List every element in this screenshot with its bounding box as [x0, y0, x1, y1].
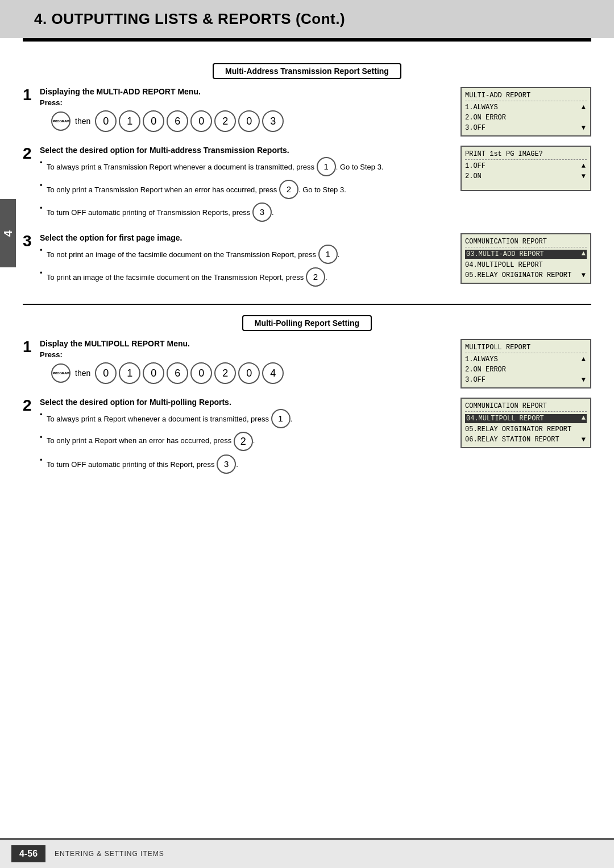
s2-step1-left: 1 Display the MULTIPOLL REPORT Menu. Pre…	[23, 339, 449, 390]
page-header: 4. OUTPUTTING LISTS & REPORTS (Cont.)	[0, 0, 614, 38]
s2-key-0-1[interactable]: 0	[95, 362, 117, 384]
section2: Multi-Polling Report Setting 1 Display t…	[23, 305, 591, 485]
lcd-title-row-1: MULTI-ADD REPORT	[465, 90, 587, 101]
lcd-item-1-2: 2.ON ERROR	[465, 113, 587, 123]
step3-bullet-1: To not print an image of the facsimile d…	[40, 245, 449, 264]
step2-bullet-3: To turn OFF automatic printing of Transm…	[40, 202, 449, 222]
lcd-s2-title-row-2: COMMUNICATION REPORT	[465, 401, 587, 412]
lcd-arrow-up-3: ▲	[582, 250, 586, 258]
lcd-s2-item-2-3: 06.RELAY STATION REPORT	[465, 435, 587, 445]
s2-program-button[interactable]: PROGRAM	[51, 363, 70, 383]
then-label-1: then	[75, 117, 90, 126]
step3-bullet-2: To print an image of the facsimile docum…	[40, 267, 449, 287]
lcd-title-row-3: COMMUNICATION REPORT	[465, 237, 587, 247]
lcd-item-2-2: 2.ON	[465, 171, 587, 181]
lcd-s2-arrow-up-1: ▲	[582, 356, 586, 363]
section1-step1: 1 Displaying the MULTI-ADD REPORT Menu. …	[23, 87, 591, 138]
lcd-item-3-2: 04.MULTIPOLL REPORT	[465, 260, 587, 270]
lcd-arrow-up-2: ▲	[582, 162, 586, 170]
lcd-title-3: COMMUNICATION REPORT	[465, 238, 547, 246]
key-6-1[interactable]: 6	[167, 110, 188, 132]
step1-title: Displaying the MULTI-ADD REPORT Menu.	[40, 87, 449, 96]
s2-key-0-3[interactable]: 0	[190, 362, 212, 384]
s2-step2-title: Select the desired option for Multi-poll…	[40, 398, 449, 407]
s2-key-4-1[interactable]: 4	[262, 362, 284, 384]
step2-bullet-1: To always print a Transmission Report wh…	[40, 157, 449, 176]
lcd-title-2: PRINT 1st PG IMAGE?	[465, 150, 543, 158]
s2-step1-key-sequence: PROGRAM then 0 1 0 6 0 2 0 4	[51, 362, 449, 384]
lcd-s2-item-1-1: 1.ALWAYS	[465, 354, 587, 365]
page-footer: 4-56 ENTERING & SETTING ITEMS	[0, 838, 614, 868]
step1-lcd: MULTI-ADD REPORT 1.ALWAYS ▲ 2.ON ERROR	[460, 87, 591, 137]
lcd-arrow-down-1: ▼	[582, 124, 586, 132]
s2-step2-bullet-3: To turn OFF automatic printing of this R…	[40, 454, 449, 474]
key-0-3[interactable]: 0	[190, 110, 212, 132]
s2-key-0-2[interactable]: 0	[143, 362, 164, 384]
section1: Multi-Address Transmission Report Settin…	[23, 53, 591, 298]
key-0-1[interactable]: 0	[95, 110, 117, 132]
program-button[interactable]: PROGRAM	[51, 111, 70, 131]
lcd-arrow-up-1: ▲	[582, 104, 586, 111]
step3-lcd: COMMUNICATION REPORT 03.MULTI-ADD REPORT…	[460, 233, 591, 284]
lcd-s2-item-2-1: 04.MULTIPOLL REPORT	[465, 413, 587, 424]
sidebar-tab-number: 4	[2, 229, 15, 237]
lcd-screen-3: COMMUNICATION REPORT 03.MULTI-ADD REPORT…	[460, 233, 591, 284]
section2-step2: 2 Select the desired option for Multi-po…	[23, 398, 591, 477]
lcd-screen-1: MULTI-ADD REPORT 1.ALWAYS ▲ 2.ON ERROR	[460, 87, 591, 137]
section1-header: Multi-Address Transmission Report Settin…	[213, 63, 401, 79]
section1-step2: 2 Select the desired option for Multi-ad…	[23, 146, 591, 225]
lcd-item-1-1: 1.ALWAYS	[465, 102, 587, 113]
step3-content: To not print an image of the facsimile d…	[40, 245, 449, 287]
s2-step2-number: 2	[23, 398, 32, 414]
page-title: 4. OUTPUTTING LISTS & REPORTS (Cont.)	[34, 10, 580, 28]
main-content: Multi-Address Transmission Report Settin…	[0, 42, 614, 838]
lcd-s2-item-1-2: 2.ON ERROR	[465, 365, 587, 375]
s2-step2-bullet-1: To always print a Report whenever a docu…	[40, 409, 449, 428]
lcd-screen-s2-1: MULTIPOLL REPORT 1.ALWAYS ▲ 2.ON ERROR	[460, 339, 591, 388]
section2-step1: 1 Display the MULTIPOLL REPORT Menu. Pre…	[23, 339, 591, 390]
lcd-item-3-3: 05.RELAY ORIGINATOR REPORT	[465, 270, 587, 280]
section1-step3: 3 Select the option for first page image…	[23, 233, 591, 290]
step3-title: Select the option for first page image.	[40, 233, 449, 242]
step3-left: 3 Select the option for first page image…	[23, 233, 449, 290]
step2-number: 2	[23, 146, 32, 162]
lcd-item-3-1: 03.MULTI-ADD REPORT	[465, 249, 587, 260]
lcd-arrow-down-3: ▼	[582, 271, 586, 279]
lcd-s2-title-1: MULTIPOLL REPORT	[465, 344, 530, 352]
lcd-s2-title-2: COMMUNICATION REPORT	[465, 402, 547, 410]
lcd-item-1-3: 3.OFF	[465, 123, 587, 133]
s2-step2-bullet-2: To only print a Report when an error has…	[40, 432, 449, 451]
s2-step1-press-label: Press:	[40, 350, 449, 359]
s2-key-1-1[interactable]: 1	[119, 362, 140, 384]
key-0-2[interactable]: 0	[143, 110, 164, 132]
s2-step1-number: 1	[23, 339, 32, 355]
step2-lcd: PRINT 1st PG IMAGE? 1.OFF ▲ 2.ON	[460, 146, 591, 191]
footer-page-number: 4-56	[11, 845, 45, 862]
lcd-screen-s2-2: COMMUNICATION REPORT 04.MULTIPOLL REPORT…	[460, 398, 591, 448]
step2-bullet-2: To only print a Transmission Report when…	[40, 180, 449, 199]
lcd-s2-item-1-3: 3.OFF	[465, 375, 587, 385]
page: 4 4. OUTPUTTING LISTS & REPORTS (Cont.) …	[0, 0, 614, 868]
s2-step1-lcd: MULTIPOLL REPORT 1.ALWAYS ▲ 2.ON ERROR	[460, 339, 591, 388]
step1-press-label: Press:	[40, 98, 449, 107]
left-sidebar-tab: 4	[0, 199, 16, 267]
lcd-s2-arrow-down-2: ▼	[582, 436, 586, 444]
s2-step1-title: Display the MULTIPOLL REPORT Menu.	[40, 339, 449, 348]
key-0-4[interactable]: 0	[238, 110, 260, 132]
key-3-1[interactable]: 3	[262, 110, 284, 132]
lcd-s2-arrow-up-2: ▲	[582, 414, 586, 422]
section2-header: Multi-Polling Report Setting	[242, 315, 372, 331]
lcd-title-row-2: PRINT 1st PG IMAGE?	[465, 149, 587, 160]
lcd-title-1: MULTI-ADD REPORT	[465, 92, 530, 100]
footer-label: ENTERING & SETTING ITEMS	[55, 850, 164, 858]
step1-left: 1 Displaying the MULTI-ADD REPORT Menu. …	[23, 87, 449, 138]
key-2-1[interactable]: 2	[214, 110, 236, 132]
s2-step2-lcd: COMMUNICATION REPORT 04.MULTIPOLL REPORT…	[460, 398, 591, 448]
step2-content: To always print a Transmission Report wh…	[40, 157, 449, 222]
key-1-1[interactable]: 1	[119, 110, 140, 132]
s2-key-6-1[interactable]: 6	[167, 362, 188, 384]
s2-key-2-1[interactable]: 2	[214, 362, 236, 384]
step1-key-sequence: PROGRAM then 0 1 0 6 0 2 0 3	[51, 110, 449, 132]
s2-key-0-4[interactable]: 0	[238, 362, 260, 384]
lcd-s2-arrow-down-1: ▼	[582, 376, 586, 384]
